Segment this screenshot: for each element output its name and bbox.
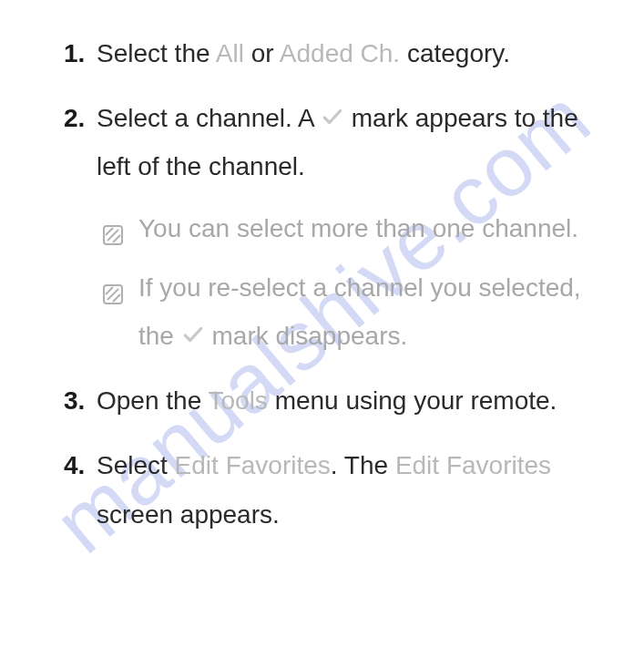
text-fragment: Tools xyxy=(208,386,267,415)
note-2: If you re-select a channel you selected,… xyxy=(102,263,608,360)
text-fragment: Edit Favorites xyxy=(175,451,331,479)
text-fragment: Select the xyxy=(97,39,216,67)
note-1: You can select more than one channel. xyxy=(102,204,608,252)
steps-list: Select the All or Added Ch. category.Sel… xyxy=(64,29,608,539)
text-fragment: Edit Favorites xyxy=(395,451,551,479)
step-1: Select the All or Added Ch. category. xyxy=(64,29,608,77)
text-fragment: mark disappears. xyxy=(205,322,408,350)
text-fragment: Select a channel. A xyxy=(97,104,321,132)
step-2: Select a channel. A mark appears to the … xyxy=(64,94,608,360)
text-fragment: Select xyxy=(97,451,175,479)
text-fragment: . The xyxy=(331,451,395,479)
note-text: You can select more than one channel. xyxy=(138,214,578,242)
svg-line-7 xyxy=(113,294,120,302)
step-notes: You can select more than one channel.If … xyxy=(102,204,608,361)
check-icon xyxy=(321,105,344,129)
text-fragment: Open the xyxy=(97,386,208,415)
text-fragment: category. xyxy=(400,39,510,67)
note-text: If you re-select a channel you selected,… xyxy=(138,273,581,350)
check-icon xyxy=(181,323,205,346)
step-4: Select Edit Favorites. The Edit Favorite… xyxy=(64,441,608,538)
svg-line-2 xyxy=(106,228,113,235)
text-fragment: Added Ch. xyxy=(280,39,400,67)
step-body: Open the Tools menu using your remote. xyxy=(97,376,608,425)
step-body: Select Edit Favorites. The Edit Favorite… xyxy=(97,441,608,538)
svg-line-6 xyxy=(106,287,113,294)
step-body: Select a channel. A mark appears to the … xyxy=(97,94,608,190)
note-icon-wrap xyxy=(102,213,124,262)
note-icon-wrap xyxy=(102,272,124,321)
text-fragment: You can select more than one channel. xyxy=(138,214,578,242)
note-icon xyxy=(102,283,124,305)
text-fragment: screen appears. xyxy=(97,500,280,529)
svg-line-3 xyxy=(113,235,120,242)
step-3: Open the Tools menu using your remote. xyxy=(64,376,608,425)
text-fragment: All xyxy=(216,39,244,67)
text-fragment: or xyxy=(244,39,280,67)
note-icon xyxy=(102,224,124,246)
text-fragment: menu using your remote. xyxy=(268,386,557,415)
step-body: Select the All or Added Ch. category. xyxy=(97,29,608,77)
